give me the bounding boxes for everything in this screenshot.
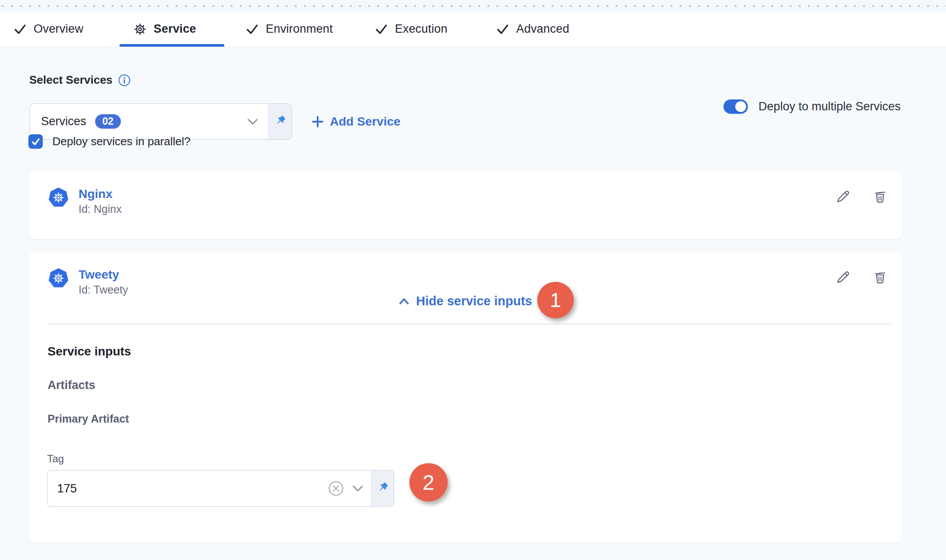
tab-environment[interactable]: Environment [245,11,333,47]
service-actions [835,270,888,285]
primary-artifact-label: Primary Artifact [48,413,129,425]
hide-service-inputs-link[interactable]: Hide service inputs [399,294,532,308]
plus-icon [312,116,324,128]
tab-label: Execution [395,22,447,36]
add-service-label: Add Service [330,115,401,129]
kubernetes-icon [48,268,69,289]
tab-overview[interactable]: Overview [13,11,83,47]
service-name-link[interactable]: Tweety [79,268,128,282]
chevron-down-icon [247,118,258,126]
annotation-number: 2 [422,470,434,495]
tag-input-box [47,470,371,507]
service-name-link[interactable]: Nginx [79,187,122,201]
tag-input-group [47,470,394,507]
annotation-number: 1 [550,288,561,312]
parallel-deploy-label: Deploy services in parallel? [52,135,190,148]
service-titles: Tweety Id: Tweety [79,268,128,296]
check-icon [496,22,510,36]
service-header: Nginx Id: Nginx [48,187,122,215]
gear-icon [133,22,147,36]
tab-label: Service [154,22,196,36]
chevron-down-icon[interactable] [352,485,363,492]
annotation-badge-1: 1 [537,282,574,318]
artifacts-heading: Artifacts [48,379,96,392]
delete-icon[interactable] [872,270,888,285]
tag-input[interactable] [57,482,320,495]
select-services-row: Select Services [29,73,131,87]
service-id: Id: Tweety [79,283,128,296]
pin-icon [375,481,390,496]
info-icon[interactable] [118,74,131,87]
service-header: Tweety Id: Tweety [48,268,128,296]
deploy-multiple-toggle[interactable] [723,99,748,114]
services-dropdown-value: Services [41,115,86,128]
tab-advanced[interactable]: Advanced [496,11,569,47]
tab-label: Advanced [516,22,569,36]
kubernetes-icon [48,187,69,208]
services-count-badge: 02 [95,114,121,129]
tab-label: Environment [266,22,333,36]
stage-tabs: Overview Service [0,11,946,47]
delete-icon[interactable] [872,189,888,205]
check-icon [245,22,259,36]
parallel-deploy-row: Deploy services in parallel? [28,134,190,149]
tag-label: Tag [47,453,64,465]
parallel-deploy-checkbox[interactable] [28,134,43,149]
pipeline-stage-config-page: Overview Service [0,0,946,560]
service-titles: Nginx Id: Nginx [79,187,122,215]
pin-button[interactable] [371,470,394,507]
check-icon [374,22,388,36]
service-id: Id: Nginx [79,203,122,215]
active-tab-underline [120,44,224,47]
pin-button[interactable] [268,103,292,140]
service-inputs-heading: Service inputs [48,345,131,359]
toggle-knob [735,101,746,112]
deploy-multiple-row: Deploy to multiple Services [723,93,901,120]
select-services-label: Select Services [29,73,113,87]
dotted-top-border [0,0,946,11]
tab-service[interactable]: Service [133,11,196,47]
service-card-tweety: Tweety Id: Tweety [29,252,902,543]
deploy-multiple-label: Deploy to multiple Services [758,100,901,113]
service-actions [835,189,888,205]
tab-label: Overview [34,22,83,36]
check-icon [13,22,27,36]
tab-execution[interactable]: Execution [374,11,447,47]
chevron-up-icon [399,298,409,305]
pin-icon [273,114,288,129]
edit-icon[interactable] [835,270,850,285]
edit-icon[interactable] [835,189,850,205]
clear-icon[interactable] [328,480,344,497]
annotation-badge-2: 2 [409,463,448,502]
service-card-nginx: Nginx Id: Nginx [29,171,902,239]
hide-service-inputs-label: Hide service inputs [416,294,532,308]
divider [48,324,891,324]
add-service-button[interactable]: Add Service [312,103,401,140]
